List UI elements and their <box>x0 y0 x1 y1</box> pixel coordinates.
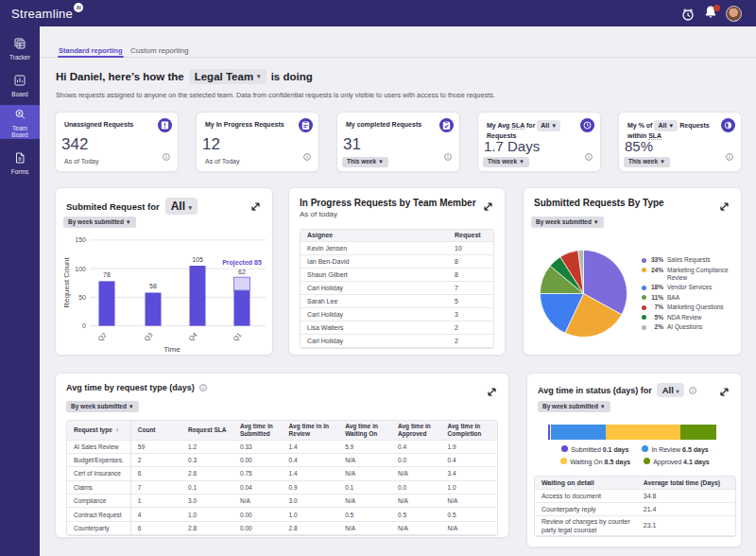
svg-text:Time: Time <box>163 345 180 354</box>
svg-text:Q3: Q3 <box>143 331 154 342</box>
svg-text:150: 150 <box>75 236 86 243</box>
svg-text:Q4: Q4 <box>187 331 198 342</box>
svg-text:Q1: Q1 <box>232 331 243 342</box>
svg-text:0: 0 <box>82 322 86 329</box>
svg-text:50: 50 <box>78 294 86 301</box>
svg-text:78: 78 <box>103 271 111 278</box>
svg-text:100: 100 <box>75 266 86 272</box>
svg-text:105: 105 <box>192 256 203 263</box>
svg-text:Projected 85: Projected 85 <box>222 259 262 267</box>
svg-text:Request Count: Request Count <box>62 257 71 308</box>
svg-text:58: 58 <box>149 283 157 289</box>
svg-text:Q2: Q2 <box>96 331 108 342</box>
svg-text:62: 62 <box>238 269 246 275</box>
